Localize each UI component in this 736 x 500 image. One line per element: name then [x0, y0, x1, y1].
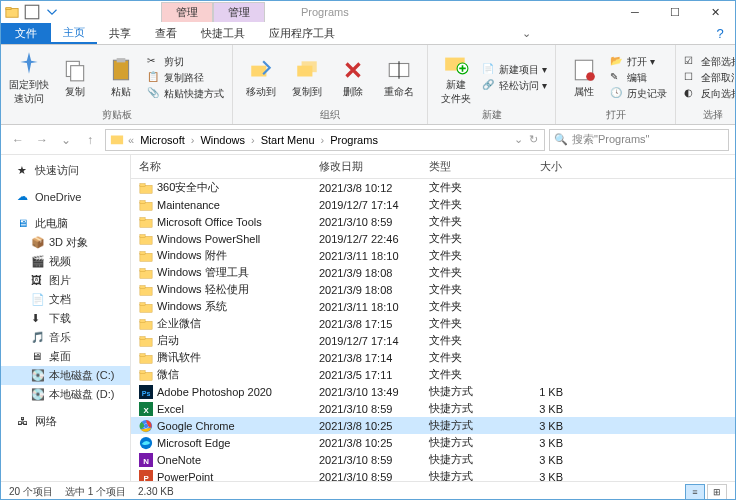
- sidebar-pictures[interactable]: 🖼图片: [1, 271, 130, 290]
- share-tab[interactable]: 共享: [97, 23, 143, 44]
- up-button[interactable]: ↑: [79, 129, 101, 151]
- copy-to-button[interactable]: 复制到: [287, 49, 327, 106]
- sidebar-quick-access[interactable]: ★快速访问: [1, 161, 130, 180]
- sidebar-downloads[interactable]: ⬇下载: [1, 309, 130, 328]
- paste-button[interactable]: 粘贴: [101, 49, 141, 106]
- statusbar: 20 个项目 选中 1 个项目 2.30 KB ≡ ⊞: [1, 481, 735, 500]
- svg-rect-30: [140, 285, 145, 288]
- edit-button[interactable]: ✎编辑: [610, 71, 667, 85]
- new-item-button[interactable]: 📄新建项目 ▾: [482, 63, 547, 77]
- sidebar-this-pc[interactable]: 🖥此电脑: [1, 214, 130, 233]
- sidebar-music[interactable]: 🎵音乐: [1, 328, 130, 347]
- rename-button[interactable]: 重命名: [379, 49, 419, 106]
- copy-path-button[interactable]: 📋复制路径: [147, 71, 224, 85]
- recent-button[interactable]: ⌄: [55, 129, 77, 151]
- svg-rect-32: [140, 302, 145, 305]
- refresh-icon[interactable]: ↻: [527, 133, 540, 146]
- file-date: 2021/3/10 13:49: [311, 386, 421, 398]
- home-tab[interactable]: 主页: [51, 23, 97, 44]
- ribbon-toggle-button[interactable]: ⌄: [510, 23, 543, 44]
- sidebar-network[interactable]: 🖧网络: [1, 412, 130, 431]
- file-row[interactable]: Windows 附件2021/3/11 18:10文件夹: [131, 247, 735, 264]
- breadcrumb-item[interactable]: Start Menu: [259, 134, 317, 146]
- icons-view-button[interactable]: ⊞: [707, 484, 727, 500]
- minimize-button[interactable]: ─: [615, 1, 655, 23]
- sidebar-onedrive[interactable]: ☁OneDrive: [1, 188, 130, 206]
- breadcrumb[interactable]: « Microsoft › Windows › Start Menu › Pro…: [105, 129, 545, 151]
- file-name: 360安全中心: [157, 180, 219, 195]
- pin-button[interactable]: 固定到快 速访问: [9, 49, 49, 106]
- properties-button[interactable]: 属性: [564, 49, 604, 106]
- forward-button[interactable]: →: [31, 129, 53, 151]
- file-row[interactable]: Maintenance2019/12/7 17:14文件夹: [131, 196, 735, 213]
- file-row[interactable]: XExcel2021/3/10 8:59快捷方式3 KB: [131, 400, 735, 417]
- col-type[interactable]: 类型: [421, 155, 511, 178]
- file-row[interactable]: Windows PowerShell2019/12/7 22:46文件夹: [131, 230, 735, 247]
- open-button[interactable]: 📂打开 ▾: [610, 55, 667, 69]
- file-row[interactable]: 360安全中心2021/3/8 10:12文件夹: [131, 179, 735, 196]
- context-tab-app[interactable]: 管理: [213, 2, 265, 22]
- shortcut-tools-tab[interactable]: 快捷工具: [189, 23, 257, 44]
- history-button[interactable]: 🕓历史记录: [610, 87, 667, 101]
- file-row[interactable]: Windows 系统2021/3/11 18:10文件夹: [131, 298, 735, 315]
- sidebar-desktop[interactable]: 🖥桌面: [1, 347, 130, 366]
- file-row[interactable]: Microsoft Office Tools2021/3/10 8:59文件夹: [131, 213, 735, 230]
- disk-icon: 💽: [31, 369, 45, 383]
- select-all-button[interactable]: ☑全部选择: [684, 55, 736, 69]
- file-tab[interactable]: 文件: [1, 23, 51, 44]
- breadcrumb-item[interactable]: Microsoft: [138, 134, 187, 146]
- paste-shortcut-button[interactable]: 📎粘贴快捷方式: [147, 87, 224, 101]
- file-row[interactable]: Microsoft Edge2021/3/8 10:25快捷方式3 KB: [131, 434, 735, 451]
- file-row[interactable]: Google Chrome2021/3/8 10:25快捷方式3 KB: [131, 417, 735, 434]
- sidebar-3d-objects[interactable]: 📦3D 对象: [1, 233, 130, 252]
- disk-icon: 💽: [31, 388, 45, 402]
- help-icon[interactable]: ?: [705, 23, 735, 44]
- sidebar-disk-d[interactable]: 💽本地磁盘 (D:): [1, 385, 130, 404]
- maximize-button[interactable]: ☐: [655, 1, 695, 23]
- select-none-button[interactable]: ☐全部取消: [684, 71, 736, 85]
- file-row[interactable]: NOneNote2021/3/10 8:59快捷方式3 KB: [131, 451, 735, 468]
- file-row[interactable]: Windows 轻松使用2021/3/9 18:08文件夹: [131, 281, 735, 298]
- open-icon: 📂: [610, 55, 624, 69]
- breadcrumb-item[interactable]: Windows: [198, 134, 247, 146]
- file-name: 启动: [157, 333, 179, 348]
- cut-button[interactable]: ✂剪切: [147, 55, 224, 69]
- dropdown-icon[interactable]: ⌄: [512, 133, 525, 146]
- col-size[interactable]: 大小: [511, 155, 571, 178]
- sidebar-documents[interactable]: 📄文档: [1, 290, 130, 309]
- file-row[interactable]: PPowerPoint2021/3/10 8:59快捷方式3 KB: [131, 468, 735, 481]
- qat-properties-icon[interactable]: [23, 3, 41, 21]
- details-view-button[interactable]: ≡: [685, 484, 705, 500]
- new-folder-button[interactable]: 新建 文件夹: [436, 49, 476, 106]
- delete-icon: [340, 57, 366, 83]
- search-icon: 🔍: [554, 133, 568, 146]
- search-box[interactable]: 🔍 搜索"Programs": [549, 129, 729, 151]
- col-name[interactable]: 名称: [131, 155, 311, 178]
- file-row[interactable]: 启动2019/12/7 17:14文件夹: [131, 332, 735, 349]
- svg-rect-36: [140, 336, 145, 339]
- delete-button[interactable]: 删除: [333, 49, 373, 106]
- context-tab-shortcut[interactable]: 管理: [161, 2, 213, 22]
- sidebar-videos[interactable]: 🎬视频: [1, 252, 130, 271]
- file-row[interactable]: 微信2021/3/5 17:11文件夹: [131, 366, 735, 383]
- qat-dropdown-icon[interactable]: [43, 3, 61, 21]
- close-button[interactable]: ✕: [695, 1, 735, 23]
- folder-icon: [139, 334, 153, 348]
- file-list[interactable]: 360安全中心2021/3/8 10:12文件夹Maintenance2019/…: [131, 179, 735, 481]
- file-row[interactable]: Windows 管理工具2021/3/9 18:08文件夹: [131, 264, 735, 281]
- file-row[interactable]: PsAdobe Photoshop 20202021/3/10 13:49快捷方…: [131, 383, 735, 400]
- app-tools-tab[interactable]: 应用程序工具: [257, 23, 347, 44]
- move-to-button[interactable]: 移动到: [241, 49, 281, 106]
- breadcrumb-item[interactable]: Programs: [328, 134, 380, 146]
- back-button[interactable]: ←: [7, 129, 29, 151]
- col-date[interactable]: 修改日期: [311, 155, 421, 178]
- svg-point-15: [586, 72, 595, 81]
- file-row[interactable]: 腾讯软件2021/3/8 17:14文件夹: [131, 349, 735, 366]
- invert-selection-button[interactable]: ◐反向选择: [684, 87, 736, 101]
- file-row[interactable]: 企业微信2021/3/8 17:15文件夹: [131, 315, 735, 332]
- sidebar-disk-c[interactable]: 💽本地磁盘 (C:): [1, 366, 130, 385]
- network-icon: 🖧: [17, 415, 31, 429]
- view-tab[interactable]: 查看: [143, 23, 189, 44]
- copy-button[interactable]: 复制: [55, 49, 95, 106]
- easy-access-button[interactable]: 🔗轻松访问 ▾: [482, 79, 547, 93]
